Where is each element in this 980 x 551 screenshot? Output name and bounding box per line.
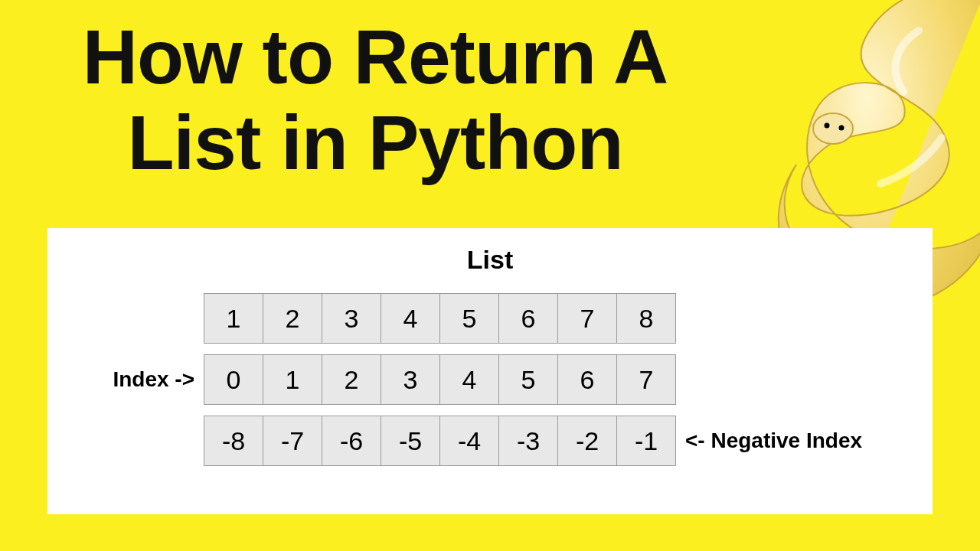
list-heading: List — [66, 245, 914, 275]
list-cell: 3 — [322, 293, 381, 344]
svg-point-2 — [839, 126, 844, 131]
list-cell: 5 — [498, 354, 558, 405]
index-row: Index -> 0 1 2 3 4 5 6 7 — [66, 354, 914, 405]
negative-index-row: -8 -7 -6 -5 -4 -3 -2 -1 <- Negative Inde… — [66, 416, 914, 466]
svg-point-1 — [825, 123, 830, 129]
list-cell: 3 — [381, 354, 440, 405]
index-cells: 0 1 2 3 4 5 6 7 — [204, 354, 676, 405]
list-cell: 2 — [263, 293, 322, 344]
list-cell: 4 — [439, 354, 499, 405]
list-cell: 6 — [557, 354, 617, 405]
list-cell: -5 — [381, 416, 440, 466]
list-diagram-panel: List 1 2 3 4 5 6 7 8 Index -> 0 1 2 3 4 … — [47, 228, 933, 514]
list-cell: 7 — [557, 293, 617, 344]
list-cell: 1 — [263, 354, 322, 405]
list-cell: 5 — [439, 293, 499, 344]
list-cell: 7 — [616, 354, 676, 405]
page-title: How to Return A List in Python — [54, 14, 697, 185]
list-cell: 8 — [616, 293, 676, 344]
negative-index-cells: -8 -7 -6 -5 -4 -3 -2 -1 — [204, 416, 676, 466]
list-cell: -1 — [616, 416, 676, 466]
list-cell: 1 — [204, 293, 263, 344]
index-label: Index -> — [66, 367, 204, 392]
list-cell: -7 — [263, 416, 322, 466]
list-cell: -4 — [439, 416, 499, 466]
list-cell: 2 — [322, 354, 381, 405]
list-cell: 0 — [204, 354, 263, 405]
list-cell: 6 — [498, 293, 558, 344]
negative-index-label: <- Negative Index — [676, 429, 906, 453]
list-cell: -3 — [498, 416, 558, 466]
list-values-cells: 1 2 3 4 5 6 7 8 — [204, 293, 676, 344]
list-cell: -2 — [557, 416, 617, 466]
svg-point-0 — [813, 113, 853, 144]
list-cell: -6 — [322, 416, 381, 466]
list-cell: 4 — [381, 293, 440, 344]
list-cell: -8 — [204, 416, 263, 466]
list-values-row: 1 2 3 4 5 6 7 8 — [66, 293, 914, 344]
